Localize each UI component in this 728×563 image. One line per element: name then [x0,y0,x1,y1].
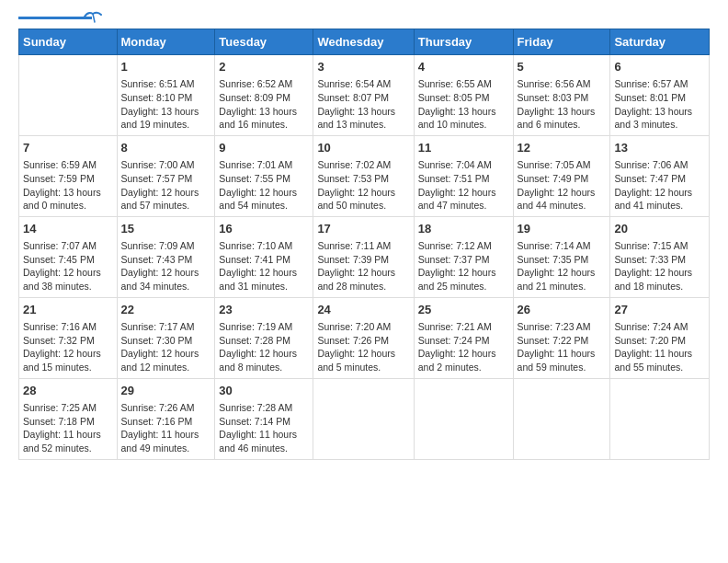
day-info: Sunset: 7:57 PM [121,172,211,186]
day-number: 7 [23,140,113,156]
day-info: Sunrise: 7:02 AM [317,158,409,172]
day-info: Daylight: 12 hours [121,266,211,280]
day-info: Sunset: 7:33 PM [614,253,705,267]
day-number: 2 [219,59,309,75]
day-info: Daylight: 13 hours [23,186,113,200]
calendar-cell: 17Sunrise: 7:11 AMSunset: 7:39 PMDayligh… [313,216,414,297]
day-info: Daylight: 12 hours [418,347,509,361]
day-info: Sunset: 7:49 PM [518,172,607,186]
calendar-cell: 6Sunrise: 6:57 AMSunset: 8:01 PMDaylight… [610,55,710,136]
day-info: and 47 minutes. [418,199,509,213]
day-info: Daylight: 12 hours [418,186,509,200]
day-info: Daylight: 12 hours [317,186,409,200]
day-info: Sunrise: 7:11 AM [317,239,409,253]
calendar-cell: 4Sunrise: 6:55 AMSunset: 8:05 PMDaylight… [414,55,513,136]
day-info: Daylight: 12 hours [317,347,409,361]
day-info: Sunrise: 6:59 AM [23,158,113,172]
day-info: and 38 minutes. [23,280,113,293]
calendar-cell: 14Sunrise: 7:07 AMSunset: 7:45 PMDayligh… [19,216,118,297]
calendar-cell [610,378,710,459]
day-info: Daylight: 12 hours [121,347,211,361]
day-info: and 49 minutes. [121,442,211,455]
calendar-cell: 2Sunrise: 6:52 AMSunset: 8:09 PMDaylight… [215,55,313,136]
day-info: Sunrise: 7:14 AM [518,239,607,253]
day-number: 12 [518,140,607,156]
day-info: and 10 minutes. [418,118,509,132]
day-info: Daylight: 13 hours [121,105,211,119]
calendar-cell: 29Sunrise: 7:26 AMSunset: 7:16 PMDayligh… [117,378,215,459]
day-info: Sunset: 7:59 PM [23,172,113,186]
calendar-week-5: 28Sunrise: 7:25 AMSunset: 7:18 PMDayligh… [19,378,710,459]
day-info: Sunset: 7:39 PM [317,253,409,267]
day-info: and 34 minutes. [121,280,211,293]
day-info: Sunrise: 7:07 AM [23,239,113,253]
day-info: Daylight: 13 hours [518,105,607,119]
day-info: and 52 minutes. [23,442,113,455]
day-info: Sunset: 8:03 PM [518,91,607,105]
day-info: and 0 minutes. [23,199,113,213]
logo [18,15,92,19]
calendar-cell: 16Sunrise: 7:10 AMSunset: 7:41 PMDayligh… [215,216,313,297]
day-info: Sunrise: 7:01 AM [219,158,309,172]
day-info: Sunrise: 7:25 AM [23,401,113,415]
day-number: 18 [418,221,509,237]
weekday-header-row: SundayMondayTuesdayWednesdayThursdayFrid… [19,29,710,55]
day-info: Sunrise: 6:52 AM [219,77,309,91]
day-info: Sunset: 8:05 PM [418,91,509,105]
day-info: Sunset: 7:20 PM [614,334,705,348]
day-info: Sunset: 7:45 PM [23,253,113,267]
day-info: Sunset: 7:53 PM [317,172,409,186]
day-number: 20 [614,221,705,237]
day-info: Daylight: 12 hours [219,347,309,361]
day-info: and 31 minutes. [219,280,309,293]
day-info: Daylight: 11 hours [614,347,705,361]
day-info: Sunrise: 7:28 AM [219,401,309,415]
day-info: and 2 minutes. [418,361,509,374]
calendar-cell: 1Sunrise: 6:51 AMSunset: 8:10 PMDaylight… [117,55,215,136]
day-number: 23 [219,302,309,318]
day-info: and 8 minutes. [219,361,309,374]
calendar-cell: 3Sunrise: 6:54 AMSunset: 8:07 PMDaylight… [313,55,414,136]
day-number: 4 [418,59,509,75]
day-info: Sunset: 7:51 PM [418,172,509,186]
day-info: Sunset: 8:09 PM [219,91,309,105]
day-info: Sunrise: 7:15 AM [614,239,705,253]
day-info: Daylight: 12 hours [518,266,607,280]
calendar-cell: 20Sunrise: 7:15 AMSunset: 7:33 PMDayligh… [610,216,710,297]
day-info: Daylight: 13 hours [614,105,705,119]
day-info: Sunset: 7:47 PM [614,172,705,186]
calendar-cell: 30Sunrise: 7:28 AMSunset: 7:14 PMDayligh… [215,378,313,459]
day-info: Sunrise: 6:57 AM [614,77,705,91]
day-info: and 54 minutes. [219,199,309,213]
calendar-cell: 23Sunrise: 7:19 AMSunset: 7:28 PMDayligh… [215,297,313,378]
day-info: Sunrise: 7:21 AM [418,320,509,334]
calendar-cell: 28Sunrise: 7:25 AMSunset: 7:18 PMDayligh… [19,378,118,459]
day-info: Daylight: 12 hours [219,266,309,280]
day-info: Daylight: 13 hours [317,105,409,119]
day-info: Sunrise: 7:16 AM [23,320,113,334]
day-info: and 13 minutes. [317,118,409,132]
day-info: and 41 minutes. [614,199,705,213]
day-number: 3 [317,59,409,75]
day-info: Sunset: 7:35 PM [518,253,607,267]
calendar-table: SundayMondayTuesdayWednesdayThursdayFrid… [18,29,710,460]
calendar-cell: 13Sunrise: 7:06 AMSunset: 7:47 PMDayligh… [610,135,710,216]
day-info: Daylight: 13 hours [418,105,509,119]
calendar-week-2: 7Sunrise: 6:59 AMSunset: 7:59 PMDaylight… [19,135,710,216]
day-info: and 59 minutes. [518,361,607,374]
day-info: Daylight: 12 hours [614,266,705,280]
day-info: Sunset: 7:28 PM [219,334,309,348]
day-info: Sunrise: 7:26 AM [121,401,211,415]
day-info: and 5 minutes. [317,361,409,374]
day-info: Sunset: 7:24 PM [418,334,509,348]
day-info: Sunrise: 6:55 AM [418,77,509,91]
day-info: Sunrise: 7:19 AM [219,320,309,334]
day-info: Sunset: 7:37 PM [418,253,509,267]
day-info: Daylight: 12 hours [614,186,705,200]
calendar-week-1: 1Sunrise: 6:51 AMSunset: 8:10 PMDaylight… [19,55,710,136]
weekday-header-thursday: Thursday [414,29,513,55]
day-number: 28 [23,383,113,399]
day-info: Daylight: 12 hours [23,266,113,280]
calendar-cell [19,55,118,136]
day-number: 13 [614,140,705,156]
